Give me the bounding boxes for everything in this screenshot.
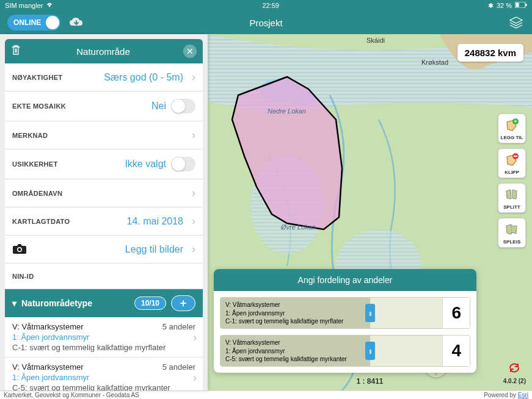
areaname-row[interactable]: OMRÅDENAVN › [5, 179, 203, 207]
svg-rect-1 [516, 3, 519, 7]
type-sub: C-1: svært og temmelig kalkfattige myrfl… [12, 343, 195, 352]
chevron-right-icon: › [193, 371, 197, 384]
dist-line: V: Våtmarksystemer [225, 301, 437, 309]
chevron-right-icon: › [193, 331, 197, 343]
battery-text: 32 % [497, 2, 512, 9]
photo-label: Legg til bilder [125, 244, 183, 255]
carrier-text: SIM mangler [5, 2, 43, 9]
powered-text: Powered by [484, 392, 518, 398]
area-badge: 248832 kvm [457, 44, 523, 62]
date-value: 14. mai 2018 [126, 216, 183, 227]
dist-line: 1: Åpen jordvannsmyr [225, 309, 437, 318]
tool-label: LEGG TIL [501, 135, 523, 140]
photo-row[interactable]: Legg til bilder› [5, 235, 203, 264]
caret-down-icon: ▾ [12, 298, 16, 308]
version-badge[interactable]: 4.0.2 (2) [503, 362, 526, 384]
map-scale: 1 : 8411 [356, 377, 383, 386]
distribution-title: Angi fordeling av andeler [214, 269, 476, 291]
uncertainty-label: USIKKERHET [12, 160, 58, 168]
download-button[interactable] [67, 14, 86, 31]
date-row[interactable]: KARTLAGTDATO 14. mai 2018› [5, 207, 203, 235]
wifi-icon [46, 2, 53, 9]
ninid-row: NIN-ID [5, 264, 203, 289]
version-text: 4.0.2 (2) [503, 378, 526, 384]
map-label: Nedre Lokan [268, 107, 306, 115]
chevron-right-icon: › [192, 71, 195, 84]
map-label: Krøkstad [421, 59, 448, 66]
accuracy-row[interactable]: NØYAKTIGHET Særs god (0 - 5m)› [5, 63, 203, 92]
battery-icon [515, 2, 527, 9]
slider-handle[interactable] [365, 342, 375, 360]
status-bar: SIM mangler 22:59 ✱ 32 % [0, 0, 532, 11]
delete-button[interactable] [11, 45, 23, 58]
svg-rect-2 [526, 4, 527, 6]
panel-title: Naturområde [76, 46, 130, 57]
polygon-split-icon [503, 186, 520, 203]
areaname-label: OMRÅDENAVN [12, 190, 62, 197]
dist-line: 1: Åpen jordvannsmyr [225, 347, 437, 356]
accuracy-value: Særs god (0 - 5m) [104, 72, 183, 83]
uncertainty-switch[interactable] [171, 157, 195, 171]
attribution-text: Kartverket, Geovekst og Kommuner - Geoda… [4, 392, 139, 398]
note-row[interactable]: MERKNAD › [5, 121, 203, 149]
bluetooth-icon: ✱ [488, 2, 494, 10]
accuracy-label: NØYAKTIGHET [12, 74, 62, 81]
slider-handle[interactable] [365, 304, 375, 322]
svg-text:+: + [514, 118, 517, 124]
date-label: KARTLAGTDATO [12, 218, 70, 225]
toggle-knob [46, 16, 59, 29]
clock-text: 22:59 [262, 2, 279, 9]
tool-label: SPLEIS [503, 239, 520, 245]
distribution-value: 6 [442, 298, 470, 328]
add-tool-button[interactable]: + LEGG TIL [498, 113, 526, 143]
polygon-add-icon: + [503, 117, 520, 134]
polygon-merge-icon [503, 221, 520, 238]
clip-tool-button[interactable]: KLIPP [498, 148, 526, 178]
sync-icon [508, 362, 520, 376]
map-label: Skáidi [366, 37, 385, 44]
tool-label: SPLITT [503, 204, 520, 210]
type-sub: C-5: svært og temmelig kalkfattige myrka… [12, 383, 195, 390]
distribution-item[interactable]: V: Våtmarksystemer 1: Åpen jordvannsmyr … [220, 335, 470, 367]
type-shares: 5 andeler [162, 322, 195, 331]
uncertainty-row[interactable]: USIKKERHET Ikke valgt [5, 149, 203, 179]
map-label: Øvre Lokan [281, 223, 316, 231]
type-item[interactable]: V: Våtmarksystemer5 andeler 1: Åpen jord… [5, 358, 203, 390]
type-section-header[interactable]: ▾ Naturområdetype 10/10 + [5, 289, 203, 317]
panel-header: Naturområde ✕ [5, 39, 203, 63]
polygon-clip-icon [503, 151, 520, 168]
type-main: 1: Åpen jordvannsmyr [12, 373, 195, 382]
footer: Kartverket, Geovekst og Kommuner - Geoda… [0, 390, 532, 399]
split-tool-button[interactable]: SPLITT [498, 183, 526, 213]
type-count-pill: 10/10 [134, 297, 166, 310]
add-type-button[interactable]: + [171, 295, 195, 311]
svg-point-5 [18, 248, 21, 251]
chevron-right-icon: › [192, 215, 195, 228]
dist-line: V: Våtmarksystemer [225, 339, 437, 347]
ninid-label: NIN-ID [12, 273, 34, 280]
chevron-right-icon: › [192, 243, 195, 256]
online-toggle[interactable]: ONLINE [7, 15, 60, 31]
uncertainty-value: Ikke valgt [125, 159, 166, 170]
mosaic-value: Nei [151, 101, 166, 112]
dist-line: C-5: svært og temmelig kalkfattige myrka… [225, 355, 437, 364]
type-system: V: Våtmarksystemer [12, 322, 84, 331]
distribution-panel: Angi fordeling av andeler V: Våtmarksyst… [214, 269, 476, 373]
tool-label: KLIPP [505, 170, 519, 175]
esri-link[interactable]: Esri [518, 392, 528, 398]
online-label: ONLINE [9, 18, 41, 27]
mosaic-row[interactable]: EKTE MOSAIKK Nei [5, 92, 203, 121]
type-item[interactable]: V: Våtmarksystemer5 andeler 1: Åpen jord… [5, 317, 203, 358]
mosaic-switch[interactable] [171, 99, 195, 113]
distribution-item[interactable]: V: Våtmarksystemer 1: Åpen jordvannsmyr … [220, 297, 470, 329]
close-button[interactable]: ✕ [183, 45, 197, 58]
mosaic-label: EKTE MOSAIKK [12, 102, 66, 110]
note-label: MERKNAD [12, 132, 48, 139]
distribution-value: 4 [442, 336, 470, 366]
layers-button[interactable] [508, 14, 525, 31]
camera-icon [12, 243, 27, 256]
type-section-title: Naturområdetype [21, 298, 92, 308]
merge-tool-button[interactable]: SPLEIS [498, 218, 526, 248]
chevron-right-icon: › [192, 129, 195, 142]
feature-panel: Naturområde ✕ NØYAKTIGHET Særs god (0 - … [0, 34, 208, 390]
